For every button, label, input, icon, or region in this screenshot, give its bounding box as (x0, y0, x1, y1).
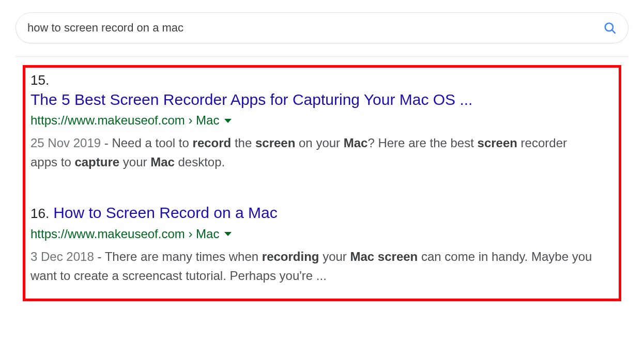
result-title-line: The 5 Best Screen Recorder Apps for Capt… (29, 89, 615, 111)
search-result: 16.How to Screen Record on a Mac https:/… (29, 201, 615, 289)
chevron-down-icon[interactable] (224, 232, 232, 236)
search-bar-container (0, 0, 644, 43)
chevron-down-icon[interactable] (224, 119, 232, 123)
search-result: 15. The 5 Best Screen Recorder Apps for … (29, 71, 615, 176)
results-highlight-box: 15. The 5 Best Screen Recorder Apps for … (23, 65, 621, 301)
result-snippet: 25 Nov 2019 - Need a tool to record the … (29, 131, 595, 172)
result-number: 15. (29, 72, 615, 89)
result-date: 25 Nov 2019 (30, 136, 101, 150)
result-title-line: 16.How to Screen Record on a Mac (29, 202, 615, 224)
result-url: https://www.makeuseof.com › Mac (30, 110, 219, 131)
result-title-link[interactable]: The 5 Best Screen Recorder Apps for Capt… (30, 91, 472, 108)
result-url-line[interactable]: https://www.makeuseof.com › Mac (29, 110, 615, 131)
search-bar (16, 12, 628, 43)
header-divider (16, 56, 628, 59)
search-input[interactable] (27, 21, 603, 35)
result-snippet: 3 Dec 2018 - There are many times when r… (29, 245, 595, 285)
result-number: 16. (30, 206, 49, 221)
result-url: https://www.makeuseof.com › Mac (30, 224, 219, 245)
result-title-link[interactable]: How to Screen Record on a Mac (53, 204, 278, 221)
result-snippet-text: Need a tool to record the screen on your… (30, 136, 567, 169)
result-url-line[interactable]: https://www.makeuseof.com › Mac (29, 224, 615, 245)
svg-line-1 (612, 30, 615, 33)
result-snippet-text: There are many times when recording your… (30, 250, 592, 283)
result-date: 3 Dec 2018 (30, 250, 94, 263)
search-icon[interactable] (603, 21, 617, 35)
